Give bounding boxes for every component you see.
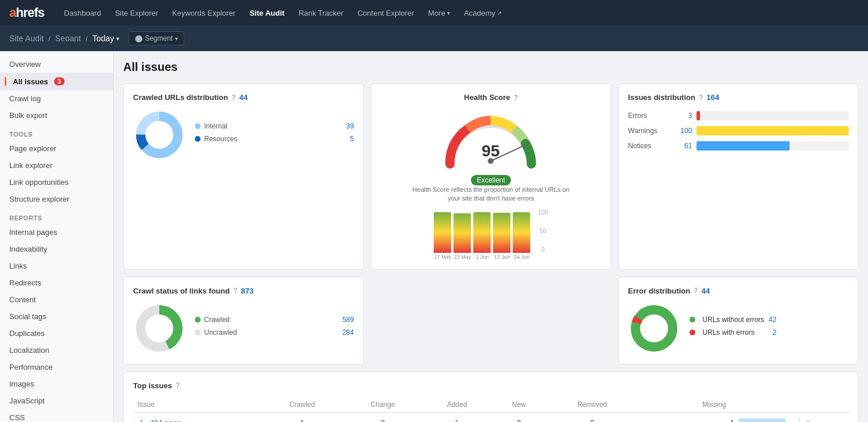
nav-site-explorer[interactable]: Site Explorer xyxy=(109,5,164,21)
missing-bar-1: 1 xyxy=(643,419,785,422)
error-dist-total: 44 xyxy=(702,287,710,295)
help-icon[interactable]: ? xyxy=(514,94,518,102)
page-title: All issues xyxy=(123,60,859,74)
crawl-status-card: Crawl status of links found ? 873 Crawle… xyxy=(123,277,364,364)
bar-labels: 17 May 23 May 1 Jun 13 Jun 24 Jun xyxy=(434,254,548,260)
chevron-down-icon: ▾ xyxy=(175,35,178,42)
all-issues-badge: 3 xyxy=(54,77,65,85)
help-icon[interactable]: ? xyxy=(176,381,180,389)
sidebar-item-links[interactable]: Links xyxy=(0,258,113,274)
help-icon[interactable]: ? xyxy=(699,94,703,102)
sidebar-item-structure-explorer[interactable]: Structure explorer xyxy=(0,191,113,208)
sidebar-item-content[interactable]: Content xyxy=(0,291,113,308)
sidebar-item-redirects[interactable]: Redirects xyxy=(0,274,113,291)
col-new: New xyxy=(492,397,546,413)
nav-dashboard[interactable]: Dashboard xyxy=(58,5,107,21)
history-bar-2 xyxy=(453,213,471,253)
no-errors-legend: URLs without errors 42 xyxy=(690,316,776,324)
col-change: Change xyxy=(343,397,422,413)
help-icon[interactable]: ? xyxy=(233,287,237,295)
sidebar-item-social-tags[interactable]: Social tags xyxy=(0,308,113,325)
expand-icon-1[interactable]: ▾ xyxy=(806,418,810,422)
notices-label: Notices xyxy=(628,142,669,150)
sidebar-item-performance[interactable]: Performance xyxy=(0,359,113,375)
history-bar-1 xyxy=(434,212,451,253)
history-bar-3 xyxy=(473,212,491,253)
main-content: All issues Crawled URLs distribution ? 4… xyxy=(114,51,868,422)
help-icon[interactable]: ? xyxy=(694,287,698,295)
bar-label-5: 24 Jun xyxy=(513,254,530,260)
crawled-urls-legend: Internal 39 Resources 5 xyxy=(195,122,354,148)
y-axis: 100 50 0 xyxy=(538,209,548,253)
breadcrumb-bar: Site Audit / Seoant / Today ▾ ⬤ Segment … xyxy=(0,26,868,51)
chevron-down-icon: ▾ xyxy=(447,10,450,16)
health-score-subtitle: Health Score reflects the proportion of … xyxy=(409,185,572,203)
sidebar-item-page-explorer[interactable]: Page explorer xyxy=(0,140,113,157)
nav-content-explorer[interactable]: Content Explorer xyxy=(352,5,420,21)
top-issues-table: Issue Crawled Change Added New Removed M… xyxy=(133,397,849,422)
breadcrumb-sep2: / xyxy=(85,34,88,43)
middle-placeholder xyxy=(371,277,612,364)
legend-uncrawled: Uncrawled 284 xyxy=(195,328,354,337)
legend-crawled: Crawled 589 xyxy=(195,316,354,324)
issues-dist-total: 164 xyxy=(706,93,719,102)
health-gauge: 95 xyxy=(438,109,543,173)
col-added: Added xyxy=(422,397,491,413)
excellent-badge-container: Excellent xyxy=(381,173,602,185)
change-cell-1: 0 xyxy=(343,412,422,422)
with-errors-val: 2 xyxy=(773,328,777,337)
sidebar-item-localization[interactable]: Localization xyxy=(0,342,113,359)
help-icon[interactable]: ? xyxy=(231,94,235,102)
sidebar-item-crawl-log[interactable]: Crawl log xyxy=(0,90,113,107)
nav-rank-tracker[interactable]: Rank Tracker xyxy=(292,5,349,21)
nav-more[interactable]: More ▾ xyxy=(422,5,456,21)
gauge-container: 95 xyxy=(381,109,602,173)
col-missing: Missing xyxy=(638,397,790,413)
issues-distribution-card: Issues distribution ? 164 Errors 3 Warni… xyxy=(618,83,859,270)
segment-button[interactable]: ⬤ Segment ▾ xyxy=(128,31,184,45)
history-bar-5 xyxy=(513,212,530,253)
errors-bar-track xyxy=(696,111,849,120)
col-actions xyxy=(790,397,849,413)
sidebar-item-images[interactable]: Images xyxy=(0,375,113,392)
top-navigation: ahrefs Dashboard Site Explorer Keywords … xyxy=(0,0,868,26)
errors-bar-fill xyxy=(696,111,699,120)
crawl-status-title: Crawl status of links found ? 873 xyxy=(133,287,354,295)
bar-label-1: 17 May xyxy=(434,254,451,260)
app-body: Overview All issues 3 Crawl log Bulk exp… xyxy=(0,51,868,422)
nav-keywords-explorer[interactable]: Keywords Explorer xyxy=(166,5,241,21)
crawl-status-legend: Crawled 589 Uncrawled 284 xyxy=(195,316,354,341)
sidebar-section-reports: Reports xyxy=(0,208,113,224)
second-cards-row: Crawl status of links found ? 873 Crawle… xyxy=(123,277,859,364)
crawl-status-donut-row: Crawled 589 Uncrawled 284 xyxy=(133,302,354,355)
sidebar-item-overview[interactable]: Overview xyxy=(0,56,113,73)
mini-bar-1 xyxy=(739,419,785,422)
missing-cell-1: 1 xyxy=(638,412,790,422)
breadcrumb-current[interactable]: Today ▾ xyxy=(92,34,119,43)
table-header-row: Issue Crawled Change Added New Removed M… xyxy=(133,397,849,413)
nav-academy[interactable]: Academy ↗ xyxy=(458,5,508,21)
segment-icon: ⬤ xyxy=(135,34,142,42)
breadcrumb-project[interactable]: Seoant xyxy=(55,34,81,43)
top-issues-title: Top issues ? xyxy=(133,381,849,390)
top-issues-card: Top issues ? Issue Crawled Change Added … xyxy=(123,371,859,422)
error-distribution-card: Error distribution ? 44 URLs without err… xyxy=(618,277,859,364)
sidebar-item-css[interactable]: CSS xyxy=(0,409,113,422)
dots-menu-1[interactable]: ⋮ xyxy=(795,417,804,422)
bar-label-3: 1 Jun xyxy=(473,254,491,260)
sidebar-item-duplicates[interactable]: Duplicates xyxy=(0,325,113,342)
sidebar-item-indexability[interactable]: Indexability xyxy=(0,241,113,258)
breadcrumb-site-audit[interactable]: Site Audit xyxy=(9,34,44,43)
sidebar-item-bulk-export[interactable]: Bulk export xyxy=(0,107,113,124)
sidebar-item-internal-pages[interactable]: Internal pages xyxy=(0,224,113,241)
sidebar-item-all-issues[interactable]: All issues 3 xyxy=(0,73,113,90)
logo[interactable]: ahrefs xyxy=(9,5,44,20)
issue-name-1[interactable]: 404 page xyxy=(150,419,181,422)
sidebar-item-javascript[interactable]: JavaScript xyxy=(0,392,113,409)
sidebar-item-link-explorer[interactable]: Link explorer xyxy=(0,157,113,174)
sidebar-item-link-opportunities[interactable]: Link opportunities xyxy=(0,174,113,191)
nav-site-audit[interactable]: Site Audit xyxy=(244,5,290,21)
external-link-icon: ↗ xyxy=(497,10,502,16)
warnings-bar-row: Warnings 100 xyxy=(628,126,849,135)
crawl-status-total: 873 xyxy=(241,287,253,295)
